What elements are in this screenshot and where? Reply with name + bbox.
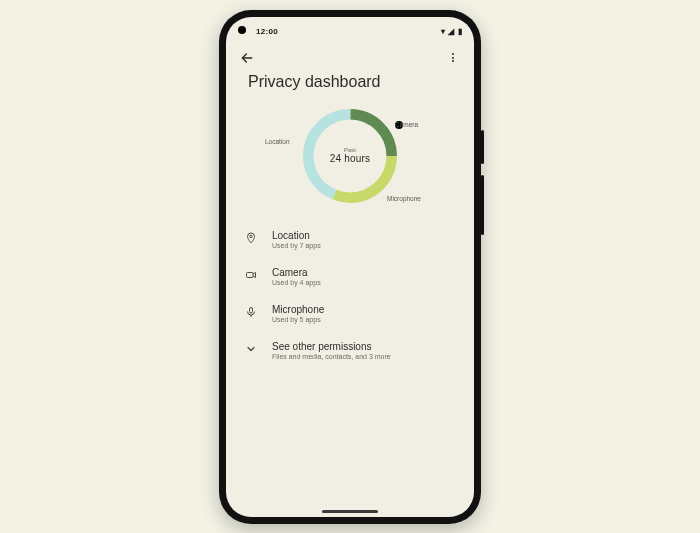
svg-rect-2: [247, 272, 254, 277]
list-title: See other permissions: [272, 341, 391, 352]
list-title: Camera: [272, 267, 321, 278]
donut-label-location: Location: [265, 138, 290, 145]
battery-icon: ▮: [458, 28, 462, 36]
page-title: Privacy dashboard: [226, 69, 474, 99]
more-icon[interactable]: [446, 51, 460, 65]
list-title: Location: [272, 230, 321, 241]
location-icon: [244, 230, 258, 244]
usage-donut-chart: Camera Microphone Location Past 24 hours: [295, 101, 405, 211]
list-item-location[interactable]: Location Used by 7 apps: [244, 225, 456, 254]
power-button[interactable]: [481, 130, 484, 164]
svg-point-1: [250, 235, 253, 238]
volume-button[interactable]: [481, 175, 484, 235]
wifi-icon: ▾: [441, 28, 445, 36]
list-item-other-permissions[interactable]: See other permissions Files and media, c…: [244, 336, 456, 365]
screen: 12:00 ▾ ◢ ▮ Privacy dashboard Camera Mic…: [226, 17, 474, 517]
back-icon[interactable]: [240, 51, 254, 65]
gesture-handle[interactable]: [322, 510, 378, 513]
list-subtitle: Used by 7 apps: [272, 242, 321, 249]
phone-frame: 12:00 ▾ ◢ ▮ Privacy dashboard Camera Mic…: [219, 10, 481, 524]
svg-rect-3: [250, 307, 253, 313]
list-subtitle: Used by 5 apps: [272, 316, 324, 323]
list-item-camera[interactable]: Camera Used by 4 apps: [244, 262, 456, 291]
front-camera: [238, 26, 246, 34]
permission-list: Location Used by 7 apps Camera Used by 4…: [226, 217, 474, 365]
list-title: Microphone: [272, 304, 324, 315]
donut-label-camera: Camera: [395, 121, 403, 129]
status-bar: 12:00 ▾ ◢ ▮: [226, 17, 474, 41]
list-item-microphone[interactable]: Microphone Used by 5 apps: [244, 299, 456, 328]
status-icons: ▾ ◢ ▮: [441, 28, 462, 36]
list-subtitle: Files and media, contacts, and 3 more: [272, 353, 391, 360]
camera-icon: [244, 267, 258, 281]
microphone-icon: [244, 304, 258, 318]
list-subtitle: Used by 4 apps: [272, 279, 321, 286]
app-bar: [226, 41, 474, 69]
signal-icon: ◢: [448, 28, 454, 36]
chevron-down-icon: [244, 341, 258, 355]
donut-label-microphone: Microphone: [387, 195, 421, 202]
